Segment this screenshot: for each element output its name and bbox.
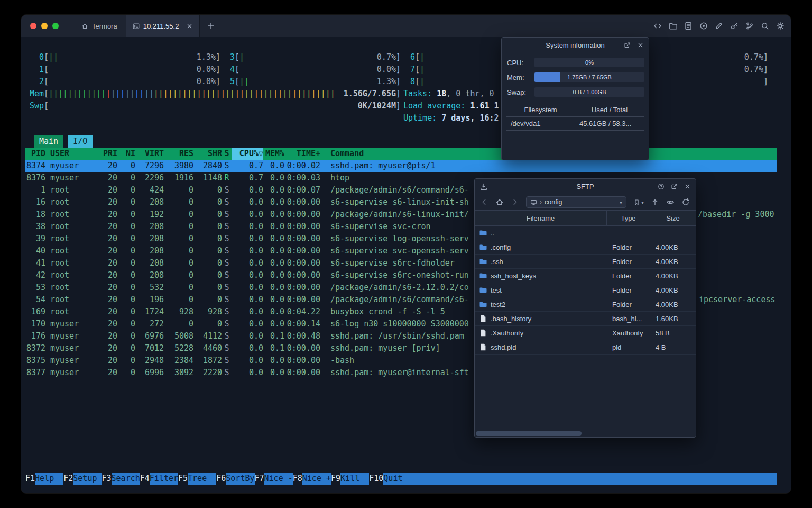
column-pri[interactable]: PRI: [95, 148, 117, 160]
column-time[interactable]: TIME+: [284, 148, 320, 160]
close-icon[interactable]: [637, 42, 644, 49]
horizontal-scrollbar[interactable]: [476, 431, 695, 436]
parent-directory-button[interactable]: [651, 198, 659, 206]
chevron-down-icon[interactable]: ▾: [620, 199, 622, 205]
uptime-line: Uptime: 7 days, 16:2: [30, 112, 768, 124]
file-row[interactable]: sshd.pid pid 4 B: [475, 340, 696, 355]
file-row[interactable]: .Xauthority Xauthority 58 B: [475, 326, 696, 340]
function-key[interactable]: F5Tree: [178, 473, 216, 485]
column-pid[interactable]: PID: [25, 148, 45, 160]
function-key[interactable]: F7Nice -: [255, 473, 293, 485]
zoom-window-button[interactable]: [52, 23, 59, 29]
process-row[interactable]: 8374 myuser 20 0 7296 3980 2840 S 0.7 0.…: [25, 160, 777, 172]
folder-icon: [479, 286, 487, 294]
file-row[interactable]: .ssh Folder 4.00KB: [475, 255, 696, 269]
filesystem-row[interactable]: /dev/vda1 45.61GB / 58.3...: [506, 117, 644, 131]
cpu-usage-bar: 0%: [534, 58, 644, 67]
file-size: 4.00KB: [650, 240, 696, 254]
function-key[interactable]: F10Quit: [369, 473, 402, 485]
search-icon[interactable]: [761, 22, 769, 30]
file-row[interactable]: .bash_history bash_hi... 1.60KB: [475, 312, 696, 326]
column-state[interactable]: S: [222, 148, 232, 160]
column-type[interactable]: Type: [607, 211, 650, 225]
htop-tab-main[interactable]: Main: [34, 135, 63, 148]
file-icon: [479, 314, 487, 323]
file-row[interactable]: test Folder 4.00KB: [475, 283, 696, 297]
function-key[interactable]: F6SortBy: [216, 473, 254, 485]
back-button[interactable]: [480, 198, 488, 206]
tab-session-10-211-55-2[interactable]: 10.211.55.2: [126, 15, 200, 37]
home-button[interactable]: [495, 198, 504, 206]
forward-button[interactable]: [511, 198, 519, 206]
function-key[interactable]: F2Setup: [63, 473, 102, 485]
home-icon: [81, 23, 88, 30]
log-icon[interactable]: [684, 22, 693, 30]
traffic-lights: [30, 15, 59, 37]
git-branch-icon[interactable]: [745, 22, 754, 30]
file-name: .Xauthority: [491, 329, 523, 337]
close-tab-icon[interactable]: [186, 23, 193, 30]
function-key[interactable]: F3Search: [102, 473, 140, 485]
file-size: 4.00KB: [650, 255, 696, 268]
column-user[interactable]: USER: [50, 148, 95, 160]
sysinfo-stats: CPU: 0% Mem: 1.75GB / 7.65GB Swap: 0 B /…: [502, 53, 649, 101]
new-tab-button[interactable]: [204, 19, 218, 33]
current-directory[interactable]: config: [545, 198, 562, 206]
refresh-button[interactable]: [681, 198, 690, 206]
edit-icon[interactable]: [715, 22, 723, 30]
swap-usage-bar: 0 B / 1.00GB: [534, 87, 644, 97]
open-in-window-icon[interactable]: [671, 183, 678, 190]
function-key[interactable]: F4Filter: [140, 473, 178, 485]
key-icon[interactable]: [730, 22, 739, 30]
cpu-meter-label: 3: [220, 51, 235, 64]
minimize-window-button[interactable]: [41, 23, 48, 29]
file-row[interactable]: test2 Folder 4.00KB: [475, 297, 696, 312]
path-bar[interactable]: › config ▾: [526, 196, 626, 208]
file-row[interactable]: ssh_host_keys Folder 4.00KB: [475, 269, 696, 283]
htop-tab-io[interactable]: I/O: [68, 135, 93, 148]
file-row[interactable]: ..: [475, 226, 696, 240]
record-icon[interactable]: [699, 22, 708, 30]
sysinfo-title: System information: [546, 41, 604, 49]
function-key[interactable]: F8Nice +: [293, 473, 331, 485]
cpu-meter-percent: 0.0%: [377, 64, 396, 76]
open-in-window-icon[interactable]: [624, 42, 631, 49]
function-key[interactable]: F1Help: [25, 473, 63, 485]
show-hidden-files-button[interactable]: [666, 198, 675, 206]
tab-bar: Termora 10.211.55.2: [73, 15, 218, 37]
tab-termora-home[interactable]: Termora: [73, 15, 126, 37]
column-ni[interactable]: NI: [117, 148, 135, 160]
folder-icon[interactable]: [669, 22, 677, 30]
memory-meter-label: Mem: [30, 88, 44, 100]
file-row[interactable]: .config Folder 4.00KB: [475, 240, 696, 255]
swap-meter-value: 0K/1024M: [358, 100, 396, 112]
column-res[interactable]: RES: [164, 148, 193, 160]
help-icon[interactable]: [658, 183, 665, 190]
column-virt[interactable]: VIRT: [135, 148, 164, 160]
memory-meter: Mem[||||||||||||||||||||||||||||||||||||…: [30, 88, 401, 100]
column-filename[interactable]: Filename: [475, 211, 607, 225]
sort-indicator-icon: ▽: [259, 149, 263, 158]
column-shr[interactable]: SHR: [193, 148, 222, 160]
column-cpu-sort[interactable]: CPU%▽: [232, 148, 263, 160]
column-mem[interactable]: MEM%: [263, 148, 284, 160]
code-snippets-icon[interactable]: [653, 22, 662, 30]
memory-meter-value: 1.56G/7.65G: [344, 88, 396, 100]
cpu-meter: 5[||1.3%]: [220, 76, 401, 88]
close-window-button[interactable]: [30, 23, 36, 29]
settings-gear-icon[interactable]: [776, 22, 785, 30]
bookmarks-button[interactable]: ▾: [633, 199, 644, 206]
swap-meter: Swp[0K/1024M]: [30, 100, 401, 112]
column-size[interactable]: Size: [650, 211, 696, 225]
breadcrumb-separator: ›: [540, 198, 542, 206]
cpu-meter-bars: |: [420, 51, 425, 64]
scrollbar-thumb[interactable]: [476, 431, 582, 436]
function-key[interactable]: F9Kill: [331, 473, 369, 485]
titlebar-actions: [653, 15, 785, 37]
close-icon[interactable]: [684, 183, 691, 190]
folder-icon: [479, 271, 487, 280]
cpu-meter-label: 6: [401, 51, 415, 64]
transfers-icon[interactable]: [479, 179, 488, 194]
process-table-header[interactable]: PID USER PRI NI VIRT RES SHR S CPU%▽ MEM…: [25, 148, 777, 160]
cpu-meter-label: 8: [401, 76, 415, 88]
